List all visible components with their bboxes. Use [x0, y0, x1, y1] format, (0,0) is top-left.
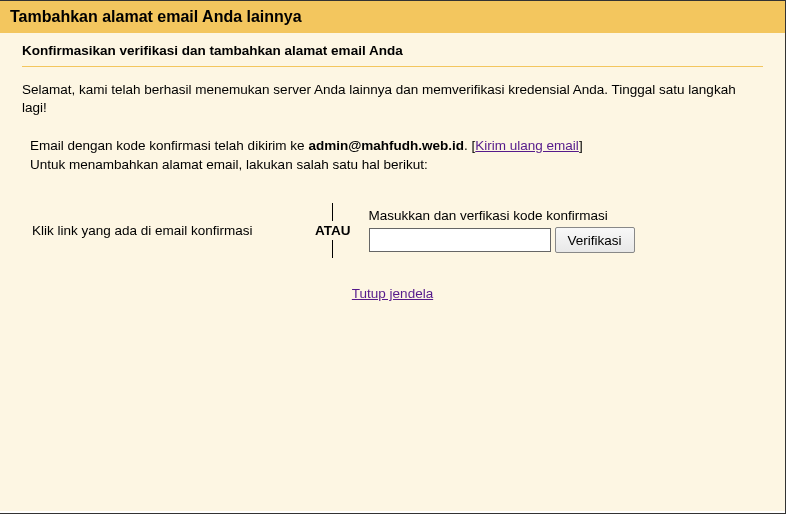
instructions-line2: Untuk menambahkan alamat email, lakukan … — [30, 157, 428, 172]
verification-code-input[interactable] — [369, 228, 551, 252]
success-message: Selamat, kami telah berhasil menemukan s… — [22, 81, 763, 117]
confirmed-email: admin@mahfudh.web.id — [308, 138, 464, 153]
options-row: Klik link yang ada di email konfirmasi A… — [22, 203, 763, 258]
dialog-title: Tambahkan alamat email Anda lainnya — [10, 8, 302, 25]
separator-line-top — [332, 203, 333, 221]
instructions-after-email: . [ — [464, 138, 475, 153]
instructions-after-link: ] — [579, 138, 583, 153]
separator: ATAU — [315, 203, 351, 258]
option-click-link: Klik link yang ada di email konfirmasi — [32, 222, 307, 240]
separator-line-bottom — [332, 240, 333, 258]
content-area: Konfirmasikan verifikasi dan tambahkan a… — [0, 33, 785, 511]
subtitle: Konfirmasikan verifikasi dan tambahkan a… — [22, 43, 763, 67]
dialog-container: Tambahkan alamat email Anda lainnya Konf… — [0, 0, 786, 514]
instructions-prefix: Email dengan kode konfirmasi telah dikir… — [30, 138, 308, 153]
instructions-block: Email dengan kode konfirmasi telah dikir… — [22, 137, 763, 175]
resend-email-link[interactable]: Kirim ulang email — [475, 138, 579, 153]
option-enter-code: Masukkan dan verfikasi kode konfirmasi V… — [359, 208, 764, 253]
separator-text: ATAU — [315, 221, 351, 240]
verify-code-label: Masukkan dan verfikasi kode konfirmasi — [369, 208, 764, 223]
dialog-header: Tambahkan alamat email Anda lainnya — [0, 1, 785, 33]
close-window-link[interactable]: Tutup jendela — [352, 286, 433, 301]
verify-button[interactable]: Verifikasi — [555, 227, 635, 253]
